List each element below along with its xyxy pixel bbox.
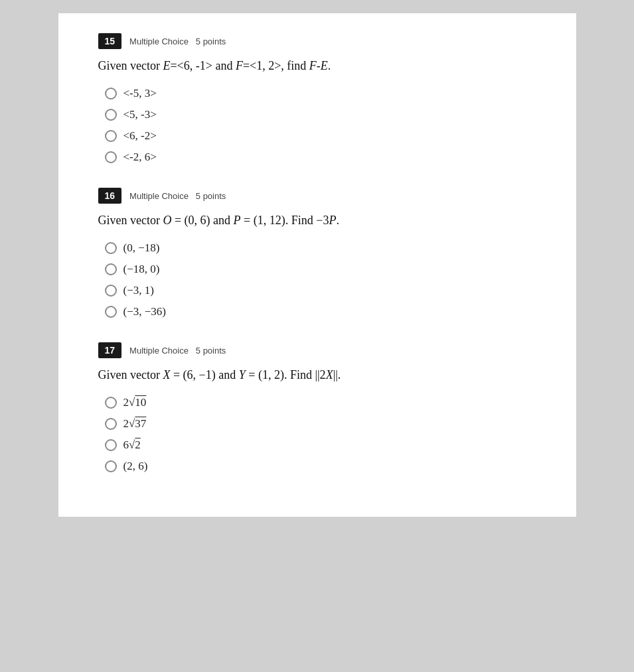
option-15-b-text: <5, -3> — [123, 108, 157, 121]
question-15: 15 Multiple Choice 5 points Given vector… — [98, 33, 536, 164]
question-15-text: Given vector E=<6, -1> and F=<1, 2>, fin… — [98, 57, 536, 75]
option-17-c[interactable]: 6√2 — [105, 438, 536, 452]
radio-16-b[interactable] — [105, 263, 117, 275]
option-17-c-text: 6√2 — [123, 438, 141, 452]
question-15-number: 15 — [98, 33, 122, 49]
option-17-a-text: 2√10 — [123, 396, 147, 409]
radio-17-b[interactable] — [105, 418, 117, 430]
radio-16-d[interactable] — [105, 306, 117, 318]
question-16-text: Given vector O = (0, 6) and P = (1, 12).… — [98, 212, 536, 230]
radio-16-a[interactable] — [105, 242, 117, 254]
option-17-d[interactable]: (2, 6) — [105, 460, 536, 473]
question-16-meta: Multiple Choice 5 points — [129, 191, 226, 201]
page-container: 15 Multiple Choice 5 points Given vector… — [58, 13, 576, 517]
option-15-a[interactable]: <-5, 3> — [105, 87, 536, 100]
question-17: 17 Multiple Choice 5 points Given vector… — [98, 342, 536, 473]
question-15-header: 15 Multiple Choice 5 points — [98, 33, 536, 49]
option-15-c[interactable]: <6, -2> — [105, 129, 536, 143]
option-15-a-text: <-5, 3> — [123, 87, 157, 100]
option-16-a[interactable]: (0, −18) — [105, 241, 536, 255]
radio-17-c[interactable] — [105, 439, 117, 451]
option-16-d-text: (−3, −36) — [123, 305, 167, 318]
option-15-d-text: <-2, 6> — [123, 151, 157, 164]
question-17-text: Given vector X = (6, −1) and Y = (1, 2).… — [98, 366, 536, 384]
option-15-c-text: <6, -2> — [123, 129, 157, 143]
option-16-b[interactable]: (−18, 0) — [105, 263, 536, 276]
question-17-header: 17 Multiple Choice 5 points — [98, 342, 536, 358]
option-16-c[interactable]: (−3, 1) — [105, 284, 536, 297]
option-17-a[interactable]: 2√10 — [105, 396, 536, 409]
question-17-number: 17 — [98, 342, 122, 358]
option-16-c-text: (−3, 1) — [123, 284, 154, 297]
radio-15-d[interactable] — [105, 151, 117, 163]
question-16: 16 Multiple Choice 5 points Given vector… — [98, 188, 536, 318]
option-17-b[interactable]: 2√37 — [105, 417, 536, 431]
question-15-meta: Multiple Choice 5 points — [129, 36, 226, 46]
option-16-a-text: (0, −18) — [123, 241, 160, 255]
question-17-options: 2√10 2√37 6√2 (2, 6) — [98, 396, 536, 473]
question-16-header: 16 Multiple Choice 5 points — [98, 188, 536, 204]
radio-15-c[interactable] — [105, 130, 117, 142]
question-17-meta: Multiple Choice 5 points — [129, 346, 226, 356]
option-17-d-text: (2, 6) — [123, 460, 148, 473]
option-16-b-text: (−18, 0) — [123, 263, 160, 276]
option-15-b[interactable]: <5, -3> — [105, 108, 536, 121]
question-16-options: (0, −18) (−18, 0) (−3, 1) (−3, −36) — [98, 241, 536, 318]
radio-15-b[interactable] — [105, 109, 117, 121]
question-15-options: <-5, 3> <5, -3> <6, -2> <-2, 6> — [98, 87, 536, 164]
radio-16-c[interactable] — [105, 285, 117, 297]
option-17-b-text: 2√37 — [123, 417, 147, 431]
radio-17-d[interactable] — [105, 460, 117, 472]
option-15-d[interactable]: <-2, 6> — [105, 151, 536, 164]
option-16-d[interactable]: (−3, −36) — [105, 305, 536, 318]
radio-17-a[interactable] — [105, 397, 117, 409]
radio-15-a[interactable] — [105, 88, 117, 100]
question-16-number: 16 — [98, 188, 122, 204]
